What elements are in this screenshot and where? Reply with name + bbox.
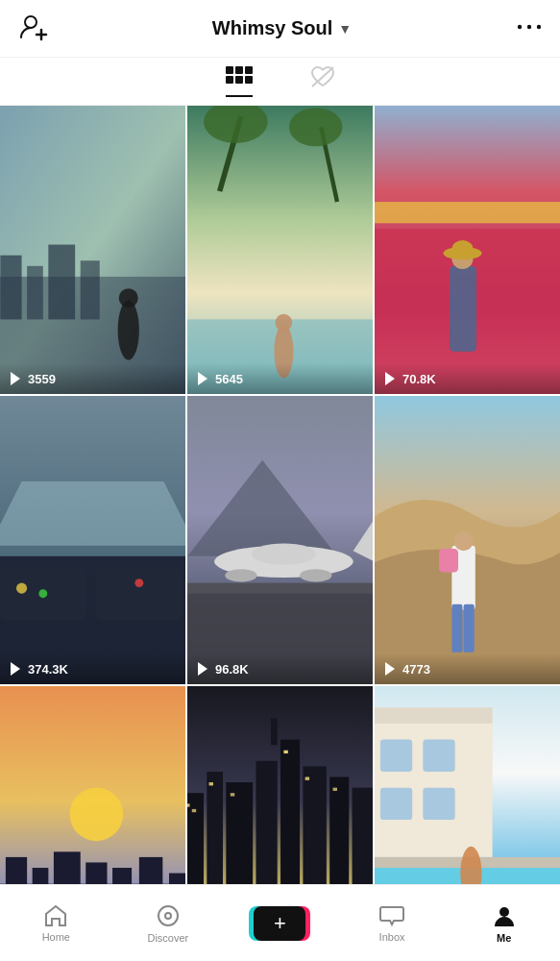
- svg-rect-32: [375, 202, 560, 223]
- svg-rect-86: [271, 719, 278, 746]
- video-overlay-3: 374.3K: [0, 653, 185, 684]
- svg-point-55: [300, 569, 331, 581]
- view-count: 374.3K: [28, 662, 68, 677]
- nav-add[interactable]: +: [251, 906, 308, 941]
- svg-marker-30: [198, 372, 207, 385]
- svg-rect-97: [375, 708, 493, 725]
- svg-point-65: [70, 788, 124, 842]
- svg-point-3: [518, 24, 522, 28]
- add-user-button[interactable]: [17, 12, 48, 46]
- svg-point-115: [165, 913, 171, 919]
- svg-point-29: [275, 314, 292, 332]
- svg-marker-21: [11, 372, 20, 385]
- nav-me-label: Me: [497, 932, 511, 944]
- view-count: 4773: [402, 662, 430, 677]
- svg-rect-7: [235, 66, 243, 74]
- svg-rect-101: [423, 788, 454, 820]
- video-cell[interactable]: 96.8K: [187, 396, 373, 684]
- svg-point-0: [25, 16, 37, 28]
- svg-rect-59: [439, 549, 458, 572]
- view-count: 70.8K: [402, 372, 436, 386]
- view-count: 3559: [28, 372, 56, 386]
- nav-inbox[interactable]: Inbox: [363, 904, 421, 943]
- nav-discover-label: Discover: [147, 932, 188, 944]
- tab-grid[interactable]: [226, 66, 253, 97]
- nav-inbox-label: Inbox: [379, 931, 405, 943]
- profile-title[interactable]: Whimsy Soul ▼: [212, 17, 352, 39]
- svg-rect-87: [187, 804, 190, 807]
- svg-rect-99: [423, 740, 454, 772]
- tab-liked[interactable]: [310, 65, 335, 98]
- svg-marker-38: [385, 372, 395, 385]
- add-icon: +: [254, 906, 305, 941]
- svg-rect-60: [451, 604, 462, 653]
- svg-rect-11: [245, 76, 253, 84]
- svg-rect-100: [380, 788, 412, 820]
- tabs-bar: [0, 58, 560, 106]
- svg-rect-15: [0, 256, 21, 320]
- svg-point-116: [499, 907, 509, 917]
- nav-discover[interactable]: Discover: [139, 903, 197, 944]
- svg-rect-89: [209, 783, 213, 786]
- svg-rect-90: [231, 794, 234, 797]
- svg-rect-8: [245, 66, 253, 74]
- svg-rect-34: [450, 266, 476, 352]
- svg-point-62: [454, 531, 474, 551]
- svg-rect-61: [464, 604, 475, 653]
- header: Whimsy Soul ▼: [0, 0, 560, 58]
- chevron-down-icon: ▼: [338, 21, 352, 37]
- video-cell[interactable]: 5645: [187, 106, 373, 394]
- bottom-nav: Home Discover + Inbox Me: [0, 884, 560, 961]
- video-overlay-2: 70.8K: [375, 363, 560, 394]
- svg-point-4: [527, 24, 531, 28]
- svg-rect-17: [48, 245, 75, 320]
- svg-rect-18: [81, 260, 100, 319]
- svg-point-19: [118, 300, 139, 359]
- svg-marker-63: [385, 662, 395, 676]
- svg-rect-9: [226, 76, 233, 84]
- svg-rect-98: [380, 740, 412, 772]
- svg-point-52: [252, 544, 316, 565]
- video-grid: 3559: [0, 106, 560, 961]
- svg-rect-6: [226, 66, 233, 74]
- svg-rect-93: [333, 788, 337, 791]
- video-cell[interactable]: 4773: [375, 396, 560, 684]
- svg-point-45: [134, 579, 143, 587]
- svg-point-44: [38, 589, 47, 598]
- svg-point-5: [537, 24, 541, 28]
- svg-point-54: [225, 569, 256, 581]
- svg-rect-92: [305, 777, 309, 780]
- video-overlay-1: 5645: [187, 363, 373, 394]
- view-count: 5645: [215, 372, 243, 386]
- profile-name: Whimsy Soul: [212, 17, 333, 39]
- svg-point-26: [289, 108, 343, 146]
- svg-point-43: [16, 583, 27, 594]
- svg-point-20: [119, 288, 138, 308]
- svg-rect-91: [283, 751, 287, 753]
- video-cell[interactable]: 374.3K: [0, 396, 185, 684]
- svg-rect-50: [187, 583, 373, 594]
- nav-home[interactable]: Home: [27, 904, 85, 943]
- video-overlay-5: 4773: [375, 653, 560, 684]
- svg-point-37: [451, 240, 473, 258]
- svg-marker-56: [198, 662, 207, 676]
- video-overlay-0: 3559: [0, 363, 185, 394]
- svg-rect-42: [96, 567, 182, 621]
- svg-point-114: [158, 906, 178, 925]
- video-cell[interactable]: 70.8K: [375, 106, 560, 394]
- svg-rect-88: [192, 809, 196, 812]
- svg-rect-10: [235, 76, 243, 84]
- nav-me[interactable]: Me: [475, 903, 533, 944]
- view-count: 96.8K: [215, 662, 249, 677]
- video-cell[interactable]: 3559: [0, 106, 185, 394]
- svg-rect-16: [27, 266, 43, 320]
- more-options-button[interactable]: [516, 13, 543, 44]
- svg-marker-46: [11, 662, 20, 676]
- nav-home-label: Home: [42, 931, 70, 943]
- video-overlay-4: 96.8K: [187, 653, 373, 684]
